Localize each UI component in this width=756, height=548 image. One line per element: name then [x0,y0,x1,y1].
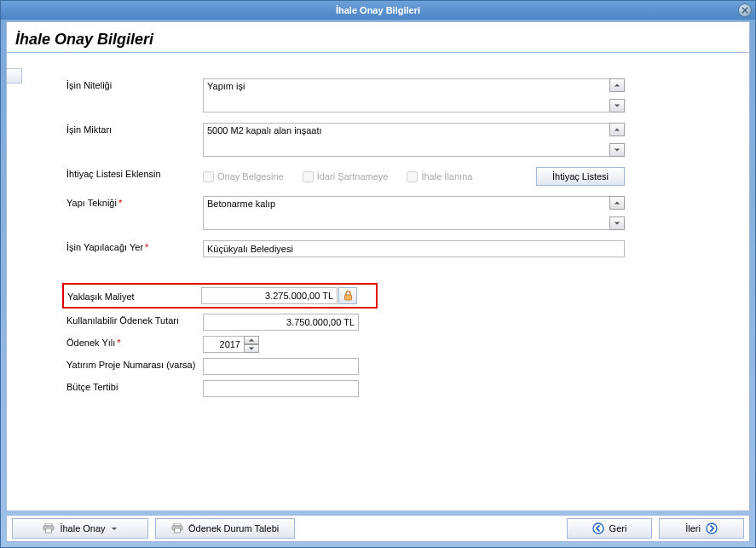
ihale-onay-button[interactable]: İhale Onay [12,518,148,539]
chevron-up-icon [614,127,620,132]
input-isin-yapilacagi-yer[interactable] [203,240,625,257]
svg-point-8 [707,523,717,534]
isin-miktari-up[interactable] [609,123,625,136]
input-yaklasik-maliyet[interactable] [201,287,338,304]
input-yapi-teknigi[interactable] [203,196,609,230]
yapi-teknigi-down[interactable] [609,216,625,230]
label-isin-yapilacagi-yer: İşin Yapılacağı Yer* [66,240,203,252]
check-idari-sartnameye[interactable]: İdari Şartnameye [303,171,389,182]
checkbox-ihale-ilanina[interactable] [407,171,418,182]
arrow-left-icon [592,522,604,534]
chevron-down-icon [614,147,620,153]
isin-niteligi-down[interactable] [609,99,625,112]
printer-icon [43,523,55,534]
svg-rect-4 [174,523,181,526]
yaklasik-maliyet-highlight: Yaklaşık Maliyet [62,283,378,309]
label-yapi-teknigi: Yapı Tekniği* [66,196,203,208]
yapi-teknigi-up[interactable] [609,196,625,210]
ihtiyac-listesi-button[interactable]: İhtiyaç Listesi [536,167,625,186]
app-window: İhale Onay Bilgileri İhale Onay Bilgiler… [0,0,756,548]
side-tab[interactable] [7,68,22,84]
chevron-down-icon [614,221,620,226]
svg-rect-1 [45,523,52,526]
close-button[interactable] [738,3,752,17]
checkbox-onay-belgesine[interactable] [203,171,214,182]
input-yatirim-proje-no[interactable] [203,358,359,375]
input-butce-tertibi[interactable] [203,380,359,397]
label-yaklasik-maliyet: Yaklaşık Maliyet [67,290,201,302]
svg-point-7 [593,523,603,534]
geri-button[interactable]: Geri [567,518,652,539]
svg-rect-3 [46,528,52,533]
chevron-down-icon [111,527,118,531]
titlebar: İhale Onay Bilgileri [1,1,755,20]
check-onay-belgesine[interactable]: Onay Belgesine [203,171,284,182]
checkbox-idari-sartnameye[interactable] [303,171,314,182]
label-kullanilabilir-odenek: Kullanılabilir Ödenek Tutarı [66,314,203,326]
chevron-up-icon [614,200,620,205]
chevron-down-icon [614,103,620,108]
odenek-yili-down[interactable] [244,344,259,353]
isin-niteligi-up[interactable] [609,78,625,92]
content-panel: İhale Onay Bilgileri İşin Niteliği İşin … [6,21,750,511]
lock-button[interactable] [338,287,357,304]
odenek-durum-talebi-button[interactable]: Ödenek Durum Talebi [155,518,295,539]
label-ihtiyac-listesi-eklensin: İhtiyaç Listesi Eklensin [66,167,203,179]
chevron-down-icon [248,346,255,351]
value-kullanilabilir-odenek: 3.750.000,00 TL [203,314,359,331]
label-odenek-yili: Ödenek Yılı* [66,336,203,348]
chevron-up-icon [614,83,620,88]
input-isin-niteligi[interactable] [203,78,609,112]
printer-icon [171,523,183,534]
input-isin-miktari[interactable] [203,123,609,157]
window-title: İhale Onay Bilgileri [336,5,420,15]
label-butce-tertibi: Bütçe Tertibi [66,380,203,392]
odenek-yili-up[interactable] [244,336,259,344]
chevron-up-icon [248,337,255,343]
close-icon [742,7,748,14]
lock-icon [343,291,353,301]
footer-bar: İhale Onay Ödenek Durum Talebi Geri İler… [6,515,750,542]
ileri-button[interactable]: İleri [659,518,744,539]
svg-rect-0 [344,295,351,300]
arrow-right-icon [706,522,718,534]
page-title: İhale Onay Bilgileri [7,22,749,53]
input-odenek-yili[interactable] [203,336,244,353]
svg-rect-6 [175,528,181,533]
label-isin-niteligi: İşin Niteliği [66,78,203,90]
check-ihale-ilanina[interactable]: İhale İlanına [407,171,472,182]
isin-miktari-down[interactable] [609,143,625,157]
label-isin-miktari: İşin Miktarı [66,123,203,135]
form-area: İşin Niteliği İşin Miktarı [7,53,749,411]
